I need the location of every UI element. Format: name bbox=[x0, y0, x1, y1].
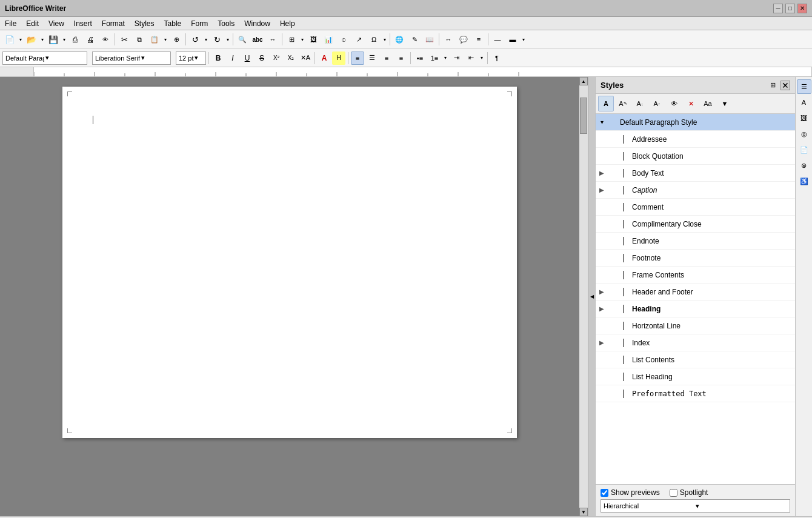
style-item-list-heading[interactable]: List Heading bbox=[596, 368, 795, 385]
style-item-index[interactable]: ▶ Index bbox=[596, 334, 795, 351]
styles-pin-btn[interactable]: ⊞ bbox=[765, 78, 780, 93]
maximize-btn[interactable]: □ bbox=[785, 4, 795, 13]
save-btn[interactable]: 💾 bbox=[46, 32, 61, 47]
style-item-comment[interactable]: Comment bbox=[596, 199, 795, 216]
undo-dropdown-btn[interactable]: ▾ bbox=[203, 32, 209, 47]
menu-edit[interactable]: Edit bbox=[21, 17, 44, 30]
cut-btn[interactable]: ✂ bbox=[117, 32, 131, 47]
open-dropdown-btn[interactable]: ▾ bbox=[39, 32, 45, 47]
print-btn[interactable]: 🖨 bbox=[83, 32, 98, 47]
style-item-body-text[interactable]: ▶ Body Text bbox=[596, 165, 795, 182]
styles-visibility-btn[interactable]: 👁 bbox=[666, 96, 682, 111]
menu-file[interactable]: File bbox=[0, 17, 21, 30]
justify-btn[interactable]: ≡ bbox=[394, 51, 408, 65]
highlight-color-btn[interactable]: H bbox=[332, 51, 345, 65]
style-item-preformatted[interactable]: Preformatted Text bbox=[596, 385, 795, 402]
line-draw-btn[interactable]: — bbox=[490, 32, 505, 47]
undo-btn[interactable]: ↺ bbox=[188, 32, 202, 47]
insert-chart-btn[interactable]: 📊 bbox=[321, 32, 336, 47]
menu-form[interactable]: Form bbox=[186, 17, 213, 30]
style-item-complimentary-close[interactable]: Complimentary Close bbox=[596, 216, 795, 233]
style-expand-default[interactable]: ▾ bbox=[596, 116, 608, 128]
print-preview-btn[interactable]: 👁 bbox=[98, 32, 113, 47]
paste-btn[interactable]: 📋 bbox=[147, 32, 162, 47]
spotlight-label[interactable]: Spotlight bbox=[680, 488, 708, 497]
update-style-btn[interactable]: A↓ bbox=[632, 96, 648, 111]
redo-btn[interactable]: ↻ bbox=[210, 32, 224, 47]
style-expand-index[interactable]: ▶ bbox=[596, 337, 608, 349]
save-dropdown-btn[interactable]: ▾ bbox=[61, 32, 67, 47]
style-item-list-contents[interactable]: List Contents bbox=[596, 351, 795, 368]
styles-close-btn[interactable]: ✕ bbox=[780, 81, 790, 90]
style-options-btn[interactable]: Aa bbox=[700, 96, 716, 111]
style-item-horizontal-line[interactable]: Horizontal Line bbox=[596, 317, 795, 334]
spellcheck-btn[interactable]: abc bbox=[250, 32, 265, 47]
insert-symbol-btn[interactable]: Ω bbox=[367, 32, 381, 47]
font-size-dropdown[interactable]: 12 pt ▾ bbox=[176, 51, 206, 65]
paste-dropdown-btn[interactable]: ▾ bbox=[162, 32, 168, 47]
export-pdf-btn[interactable]: ⎙ bbox=[68, 32, 82, 47]
align-center-btn[interactable]: ☰ bbox=[365, 51, 379, 65]
align-left-btn[interactable]: ≡ bbox=[351, 51, 364, 65]
sidebar-collapse-btn[interactable]: ◀ bbox=[588, 77, 595, 516]
basic-shapes-btn[interactable]: ▬ bbox=[505, 32, 520, 47]
align-right-btn[interactable]: ≡ bbox=[380, 51, 393, 65]
template-btn[interactable]: ⊗ bbox=[797, 158, 811, 173]
hierarchical-dropdown[interactable]: Hierarchical ▾ bbox=[601, 499, 790, 513]
scroll-track[interactable] bbox=[579, 85, 588, 508]
insert-field-btn[interactable]: ⌽ bbox=[336, 32, 351, 47]
paragraph-style-dropdown[interactable]: Default Paragraph Styl ▾ bbox=[2, 51, 87, 65]
document-area[interactable] bbox=[0, 77, 579, 516]
menu-view[interactable]: View bbox=[44, 17, 69, 30]
find-toolbar-btn[interactable]: 🔍 bbox=[235, 32, 250, 47]
font-color-btn[interactable]: A bbox=[318, 51, 331, 65]
delete-style-btn[interactable]: ✕ bbox=[683, 96, 699, 111]
indent-dropdown[interactable]: ▾ bbox=[479, 51, 485, 65]
menu-table[interactable]: Table bbox=[159, 17, 187, 30]
style-item-caption[interactable]: ▶ Caption bbox=[596, 182, 795, 199]
menu-help[interactable]: Help bbox=[275, 17, 300, 30]
subscript-btn[interactable]: X₂ bbox=[284, 51, 298, 65]
style-expand-body-text[interactable]: ▶ bbox=[596, 167, 608, 179]
symbol-dropdown-btn[interactable]: ▾ bbox=[382, 32, 388, 47]
style-item-footnote[interactable]: Footnote bbox=[596, 250, 795, 267]
font-name-dropdown[interactable]: Liberation Serif ▾ bbox=[92, 51, 171, 65]
scroll-up-btn[interactable]: ▲ bbox=[579, 77, 588, 85]
style-expand-heading[interactable]: ▶ bbox=[596, 303, 608, 315]
styles-more-btn[interactable]: ▼ bbox=[717, 96, 733, 111]
navigator-btn[interactable]: ≡ bbox=[471, 32, 486, 47]
ordered-list-btn[interactable]: 1≡ bbox=[428, 51, 441, 65]
italic-btn[interactable]: I bbox=[226, 51, 239, 65]
vertical-scrollbar[interactable]: ▲ ▼ bbox=[579, 77, 588, 516]
style-expand-caption[interactable]: ▶ bbox=[596, 184, 608, 196]
gallery-btn[interactable]: 🖼 bbox=[797, 111, 811, 125]
properties-btn[interactable]: ☰ bbox=[797, 79, 811, 94]
menu-format[interactable]: Format bbox=[97, 17, 130, 30]
table-dropdown-btn[interactable]: ▾ bbox=[299, 32, 305, 47]
close-btn[interactable]: ✕ bbox=[797, 4, 807, 13]
styles-btn[interactable]: A bbox=[797, 95, 811, 110]
clear-format-btn[interactable]: ✕A bbox=[299, 51, 312, 65]
scroll-down-btn[interactable]: ▼ bbox=[579, 508, 588, 516]
style-expand-header-footer[interactable]: ▶ bbox=[596, 286, 608, 298]
edit-mode-btn[interactable]: ✎ bbox=[407, 32, 422, 47]
style-item-heading[interactable]: ▶ Heading bbox=[596, 301, 795, 317]
insert-table-btn[interactable]: ⊞ bbox=[284, 32, 299, 47]
insert-fn-btn[interactable]: ↗ bbox=[351, 32, 366, 47]
paragraph-marks-btn[interactable]: ¶ bbox=[490, 51, 504, 65]
accessibility-btn[interactable]: ♿ bbox=[797, 174, 811, 188]
new-dropdown-btn[interactable]: ▾ bbox=[18, 32, 24, 47]
menu-insert[interactable]: Insert bbox=[69, 17, 97, 30]
menu-window[interactable]: Window bbox=[239, 17, 275, 30]
style-item-endnote[interactable]: Endnote bbox=[596, 233, 795, 250]
page-rt-btn[interactable]: 📄 bbox=[797, 142, 811, 157]
document-page[interactable] bbox=[62, 87, 517, 438]
increase-indent-btn[interactable]: ⇥ bbox=[450, 51, 463, 65]
navigator-rt-btn[interactable]: ◎ bbox=[797, 127, 811, 141]
show-previews-checkbox[interactable] bbox=[601, 489, 608, 497]
load-styles-btn[interactable]: A↑ bbox=[649, 96, 665, 111]
underline-btn[interactable]: U bbox=[241, 51, 254, 65]
autocorrect-btn[interactable]: ↔ bbox=[265, 32, 280, 47]
menu-tools[interactable]: Tools bbox=[213, 17, 239, 30]
superscript-btn[interactable]: X² bbox=[270, 51, 283, 65]
